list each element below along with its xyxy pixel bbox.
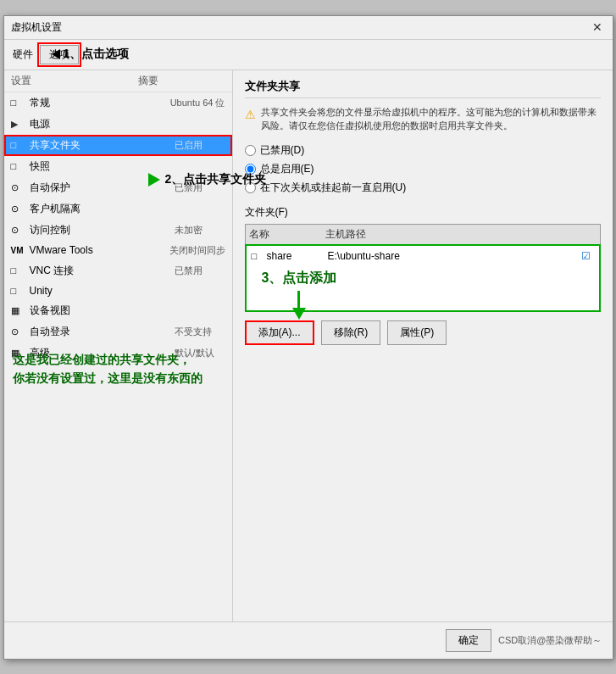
annotation-1: 1、点击选项 <box>52 47 130 62</box>
col-path-header: 主机路径 <box>325 227 597 242</box>
sidebar-item-vnc[interactable]: □ VNC 连接 已禁用 <box>4 260 232 281</box>
main-content: 设置 摘要 □ 常规 Ubuntu 64 位 ▶ 电源 □ 共享文件夹 已启用 <box>4 70 613 621</box>
radio-always-label: 总是启用(E) <box>260 162 314 176</box>
folder-section: 文件夹(F) 名称 主机路径 □ share E:\ubuntu-share ☑… <box>245 205 601 345</box>
info-text: 共享文件夹会将您的文件显示给虚拟机中的程序。这可能为您的计算机和数据带来风险。请… <box>261 105 601 133</box>
folder-path: E:\ubuntu-share <box>328 250 579 262</box>
sidebar-item-device-view[interactable]: ▦ 设备视图 <box>4 300 232 321</box>
power-icon: ▶ <box>11 119 26 130</box>
remove-button[interactable]: 移除(R) <box>321 320 381 345</box>
folder-row[interactable]: □ share E:\ubuntu-share ☑ <box>248 248 597 265</box>
shared-folder-summary: 已启用 <box>175 139 225 152</box>
info-box: ⚠ 共享文件夹会将您的文件显示给虚拟机中的程序。这可能为您的计算机和数据带来风险… <box>245 105 601 133</box>
vmware-tools-summary: 关闭时间同步 <box>169 244 225 257</box>
general-summary: Ubuntu 64 位 <box>170 97 225 109</box>
radio-group: 已禁用(D) 总是启用(E) 在下次关机或挂起前一直启用(U) <box>245 143 601 195</box>
help-label: CSD取消@墨染微帮助～ <box>498 634 602 647</box>
autologin-icon: ⊙ <box>11 326 26 337</box>
warning-icon: ⚠ <box>245 106 256 124</box>
green-down-arrow-line <box>297 291 300 308</box>
folder-table-header: 名称 主机路径 <box>245 224 601 244</box>
vnc-summary: 已禁用 <box>175 265 225 277</box>
sidebar-item-general[interactable]: □ 常规 Ubuntu 64 位 <box>4 92 232 114</box>
add-button[interactable]: 添加(A)... <box>245 320 314 345</box>
left-panel: 设置 摘要 □ 常规 Ubuntu 64 位 ▶ 电源 □ 共享文件夹 已启用 <box>4 70 233 621</box>
general-label: 常规 <box>30 96 170 110</box>
dialog-title: 虚拟机设置 <box>11 20 62 35</box>
annotation-2-text: 2、点击共享文件夹 <box>165 172 233 187</box>
vmware-tools-label: VMware Tools <box>30 244 169 256</box>
access-control-summary: 未加密 <box>175 224 225 237</box>
shared-folder-icon: □ <box>11 140 26 150</box>
col-summary-header: 摘要 <box>138 74 158 88</box>
unity-icon: □ <box>11 286 26 296</box>
access-control-icon: ⊙ <box>11 225 26 236</box>
toolbar: 硬件 选项 1、点击选项 <box>4 40 613 70</box>
sidebar-item-unity[interactable]: □ Unity <box>4 281 232 300</box>
title-bar: 虚拟机设置 ✕ <box>4 16 613 40</box>
autologin-summary: 不受支持 <box>175 326 225 338</box>
annotation-3-text: 3、点击添加 <box>262 270 337 287</box>
vnc-label: VNC 连接 <box>30 264 175 278</box>
properties-button[interactable]: 属性(P) <box>387 320 447 345</box>
col-name-header: 名称 <box>249 227 325 242</box>
guest-isolation-icon: ⊙ <box>11 203 26 214</box>
folder-section-title: 文件夹(F) <box>245 205 601 220</box>
radio-until-shutdown-label: 在下次关机或挂起前一直启用(U) <box>260 181 407 195</box>
sidebar-item-guest-isolation[interactable]: ⊙ 客户机隔离 <box>4 198 232 220</box>
vmware-tools-icon: VM <box>11 246 26 255</box>
side-annotation-line2: 你若没有设置过，这里是没有东西的 <box>13 369 203 387</box>
section-title: 文件夹共享 <box>245 79 601 98</box>
folder-icon: □ <box>252 251 267 261</box>
device-view-label: 设备视图 <box>30 304 175 318</box>
snapshot-icon: □ <box>11 161 26 171</box>
annotation-2: 2、点击共享文件夹 <box>148 172 233 187</box>
right-panel: 文件夹共享 ⚠ 共享文件夹会将您的文件显示给虚拟机中的程序。这可能为您的计算机和… <box>233 70 613 621</box>
side-annotation-line1: 这是我已经创建过的共享文件夹， <box>13 350 203 369</box>
shared-folder-label: 共享文件夹 <box>30 138 175 153</box>
annotation-3-container: 3、点击添加 <box>262 270 337 320</box>
left-panel-header: 设置 摘要 <box>4 70 232 92</box>
general-icon: □ <box>11 97 26 108</box>
unity-label: Unity <box>30 285 175 297</box>
sidebar-item-autologin[interactable]: ⊙ 自动登录 不受支持 <box>4 321 232 343</box>
folder-checkbox[interactable]: ☑ <box>579 250 594 262</box>
sidebar-item-shared-folders[interactable]: □ 共享文件夹 已启用 <box>4 135 232 156</box>
hardware-label: 硬件 <box>13 47 33 62</box>
access-control-label: 访问控制 <box>30 223 175 237</box>
radio-disabled-input[interactable] <box>245 145 256 156</box>
radio-disabled-label: 已禁用(D) <box>260 143 305 158</box>
close-button[interactable]: ✕ <box>589 20 606 34</box>
bottom-bar: 确定 CSD取消@墨染微帮助～ <box>4 621 613 659</box>
folder-buttons: 添加(A)... 移除(R) 属性(P) 3、点击添加 <box>245 320 601 345</box>
sidebar-item-power[interactable]: ▶ 电源 <box>4 114 232 135</box>
autoprotect-icon: ⊙ <box>11 182 26 193</box>
power-label: 电源 <box>30 117 175 131</box>
ok-button[interactable]: 确定 <box>446 629 491 652</box>
guest-isolation-label: 客户机隔离 <box>30 202 175 216</box>
sidebar-item-vmware-tools[interactable]: VM VMware Tools 关闭时间同步 <box>4 241 232 260</box>
col-setting-header: 设置 <box>11 74 113 88</box>
radio-disabled[interactable]: 已禁用(D) <box>245 143 601 158</box>
radio-always[interactable]: 总是启用(E) <box>245 162 601 176</box>
sidebar-item-access-control[interactable]: ⊙ 访问控制 未加密 <box>4 220 232 241</box>
arrow-icon <box>52 49 60 59</box>
radio-until-shutdown[interactable]: 在下次关机或挂起前一直启用(U) <box>245 181 601 195</box>
vnc-icon: □ <box>11 265 26 276</box>
green-arrow-icon <box>148 173 160 187</box>
side-annotation: 这是我已经创建过的共享文件夹， 你若没有设置过，这里是没有东西的 <box>13 350 203 388</box>
device-view-icon: ▦ <box>11 305 26 316</box>
folder-name: share <box>267 250 328 262</box>
dialog: 虚拟机设置 ✕ 硬件 选项 1、点击选项 设置 摘要 □ 常规 Ubuntu 6… <box>3 15 613 660</box>
settings-list: □ 常规 Ubuntu 64 位 ▶ 电源 □ 共享文件夹 已启用 □ 快照 <box>4 92 232 364</box>
green-down-arrowhead <box>292 308 306 320</box>
autologin-label: 自动登录 <box>30 325 175 339</box>
